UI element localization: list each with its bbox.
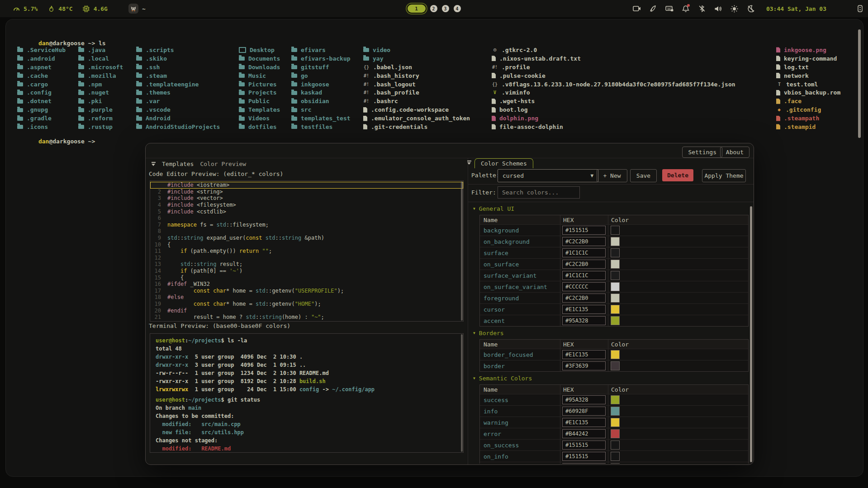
color-swatch[interactable]: [611, 305, 620, 314]
color-swatch[interactable]: [611, 361, 620, 370]
notifications-icon[interactable]: [681, 4, 690, 13]
color-swatch[interactable]: [611, 429, 620, 438]
hex-input[interactable]: #E1C135: [562, 350, 606, 359]
hex-input[interactable]: #C2C2B0: [562, 237, 606, 246]
hex-input[interactable]: #60928F: [562, 407, 606, 416]
entry-label: templates_test: [301, 115, 351, 122]
hex-cell: #CCCCCC: [560, 281, 608, 292]
clock[interactable]: 03:44 Sat, Jan 03: [766, 5, 826, 12]
terminal-scrollbar[interactable]: [858, 29, 861, 138]
hex-input[interactable]: #151515: [562, 452, 606, 461]
new-palette-button[interactable]: + New: [597, 169, 627, 182]
workspace-4[interactable]: 4: [454, 5, 461, 12]
brightness-icon[interactable]: [730, 4, 739, 13]
folder-icon: [136, 91, 142, 95]
screen-record-icon[interactable]: [632, 4, 641, 13]
hex-input[interactable]: #C2C2B0: [562, 260, 606, 269]
tab-templates[interactable]: Templates: [162, 161, 194, 167]
column-header: Color: [608, 385, 748, 394]
line-number: 12: [150, 255, 161, 261]
palette-dropdown[interactable]: cursed ▼: [498, 169, 598, 182]
folder-icon: [239, 74, 245, 78]
delete-button[interactable]: Delete: [662, 169, 693, 181]
focused-app[interactable]: ~: [128, 4, 146, 14]
color-swatch[interactable]: [611, 350, 620, 359]
terminal-preview-scrollbar[interactable]: [461, 334, 463, 452]
workspace-3[interactable]: 3: [442, 5, 449, 12]
color-swatch[interactable]: [611, 226, 620, 235]
entry-label: .reform: [88, 115, 113, 122]
column-header: Color: [608, 215, 748, 224]
tab-color-preview[interactable]: Color Preview: [200, 161, 246, 167]
color-swatch[interactable]: [611, 271, 620, 280]
hex-input[interactable]: #95A328: [562, 316, 606, 325]
color-swatch[interactable]: [611, 452, 620, 461]
directory-entry: .pki: [78, 97, 123, 105]
entry-label: .mozilla: [88, 72, 116, 79]
folder-icon: [17, 74, 23, 78]
color-swatch[interactable]: [611, 316, 620, 325]
file-entry: #!.profile: [492, 63, 735, 71]
workspace-2[interactable]: 2: [430, 5, 437, 12]
color-swatch[interactable]: [611, 294, 620, 303]
collapse-right-pane-icon[interactable]: [467, 161, 471, 165]
color-swatch[interactable]: [611, 395, 620, 404]
color-swatch[interactable]: [611, 463, 620, 464]
hex-input[interactable]: #151515: [562, 463, 606, 464]
workspace-1-active[interactable]: 1: [408, 5, 426, 13]
directory-entry: templates_test: [291, 114, 351, 123]
color-swatch[interactable]: [611, 441, 620, 450]
color-swatch[interactable]: [611, 248, 620, 257]
hex-input[interactable]: #C2C2B0: [562, 294, 606, 303]
color-cell: [608, 406, 748, 417]
file-entry: .git-credentials: [363, 123, 470, 131]
collapse-left-pane-icon[interactable]: [151, 162, 156, 166]
apply-theme-button[interactable]: Apply Theme: [702, 169, 746, 182]
section-header-borders[interactable]: ▼Borders: [473, 329, 751, 336]
night-light-off-icon[interactable]: [746, 4, 755, 13]
color-cell: [608, 349, 748, 360]
bluetooth-off-icon[interactable]: [697, 4, 707, 13]
about-button[interactable]: About: [720, 147, 749, 158]
color-swatch[interactable]: [611, 282, 620, 291]
color-swatch[interactable]: [611, 407, 620, 416]
hex-input[interactable]: #95A328: [562, 395, 606, 404]
color-tables-scrollbar[interactable]: [750, 206, 752, 462]
directory-entry: go: [291, 71, 351, 80]
hex-input[interactable]: #151515: [562, 226, 606, 235]
section-collapse-icon: ▼: [473, 376, 475, 380]
color-swatch[interactable]: [611, 260, 620, 269]
hex-input[interactable]: #1C1C1C: [562, 271, 606, 280]
color-cell: [608, 270, 748, 281]
column-header: Color: [608, 340, 748, 349]
tray-expand-icon[interactable]: [855, 4, 864, 13]
search-colors-input[interactable]: Search colors...: [498, 186, 580, 199]
hex-input[interactable]: #151515: [562, 441, 606, 450]
color-cell: [608, 417, 748, 428]
directory-entry: .scripts: [136, 46, 220, 54]
settings-button[interactable]: Settings: [682, 147, 722, 158]
hex-input[interactable]: #E1C135: [562, 418, 606, 427]
color-swatch[interactable]: [611, 237, 620, 246]
hex-input[interactable]: #B44242: [562, 429, 606, 438]
hex-input[interactable]: #CCCCCC: [562, 282, 606, 291]
entry-label: .git-credentials: [371, 123, 427, 130]
editor-line: 16#ifdef _WIN32: [150, 281, 463, 288]
color-swatch[interactable]: [611, 418, 620, 427]
section-header-semantic-colors[interactable]: ▼Semantic Colors: [473, 374, 751, 382]
keyboard-lock-icon[interactable]: [665, 4, 674, 13]
volume-icon[interactable]: [714, 4, 723, 13]
ls-column: efivarsefivars-backupgitstuffgoinkgoosek…: [291, 46, 351, 131]
column-header: Name: [480, 385, 560, 394]
save-button[interactable]: Save: [630, 169, 657, 182]
entry-label: file-assoc-dolphin: [499, 123, 563, 130]
desktop: 5.7% 48°C 4.6G ~ 1234: [0, 0, 868, 488]
editor-scrollbar[interactable]: [461, 181, 463, 321]
editor-line: 3#include <vector>: [150, 195, 463, 202]
updates-icon[interactable]: [649, 4, 658, 13]
section-header-general-ui[interactable]: ▼General UI: [473, 205, 751, 212]
hex-input[interactable]: #3F3639: [562, 361, 606, 370]
hex-input[interactable]: #1C1C1C: [562, 248, 606, 257]
tab-color-schemes[interactable]: Color Schemes: [474, 158, 533, 168]
hex-input[interactable]: #E1C135: [562, 305, 606, 314]
